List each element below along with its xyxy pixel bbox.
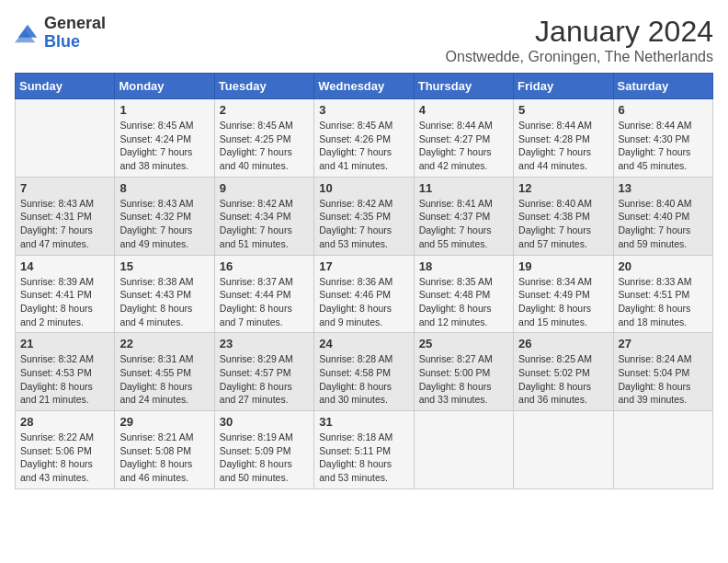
title-block: January 2024 Onstwedde, Groningen, The N… xyxy=(446,15,713,65)
weekday-row: SundayMondayTuesdayWednesdayThursdayFrid… xyxy=(16,74,713,99)
calendar-cell: 3Sunrise: 8:45 AMSunset: 4:26 PMDaylight… xyxy=(314,99,414,178)
day-info: Sunrise: 8:38 AMSunset: 4:43 PMDaylight:… xyxy=(119,275,209,329)
day-info: Sunrise: 8:36 AMSunset: 4:46 PMDaylight:… xyxy=(319,275,408,329)
calendar-cell: 18Sunrise: 8:35 AMSunset: 4:48 PMDayligh… xyxy=(414,255,513,333)
day-number: 19 xyxy=(518,259,608,273)
week-row-2: 14Sunrise: 8:39 AMSunset: 4:41 PMDayligh… xyxy=(16,255,713,333)
calendar-cell: 22Sunrise: 8:31 AMSunset: 4:55 PMDayligh… xyxy=(115,333,214,411)
day-number: 18 xyxy=(419,259,508,273)
calendar-cell: 6Sunrise: 8:44 AMSunset: 4:30 PMDaylight… xyxy=(613,99,712,178)
day-info: Sunrise: 8:45 AMSunset: 4:26 PMDaylight:… xyxy=(319,119,408,173)
day-info: Sunrise: 8:19 AMSunset: 5:09 PMDaylight:… xyxy=(220,431,309,485)
calendar-cell: 19Sunrise: 8:34 AMSunset: 4:49 PMDayligh… xyxy=(514,255,613,333)
weekday-header-monday: Monday xyxy=(115,74,214,99)
calendar-cell: 7Sunrise: 8:43 AMSunset: 4:31 PMDaylight… xyxy=(16,177,115,255)
calendar-cell: 1Sunrise: 8:45 AMSunset: 4:24 PMDaylight… xyxy=(115,99,214,178)
calendar-cell: 8Sunrise: 8:43 AMSunset: 4:32 PMDaylight… xyxy=(115,177,214,255)
calendar-cell xyxy=(16,99,115,178)
calendar-cell xyxy=(414,411,513,489)
day-info: Sunrise: 8:39 AMSunset: 4:41 PMDaylight:… xyxy=(20,275,109,329)
calendar-cell: 2Sunrise: 8:45 AMSunset: 4:25 PMDaylight… xyxy=(214,99,313,178)
logo-general: General xyxy=(44,15,106,33)
calendar-cell: 29Sunrise: 8:21 AMSunset: 5:08 PMDayligh… xyxy=(115,411,214,489)
calendar-cell xyxy=(613,411,712,489)
day-number: 13 xyxy=(619,181,708,195)
day-number: 20 xyxy=(619,259,708,273)
day-number: 8 xyxy=(119,181,209,195)
day-info: Sunrise: 8:41 AMSunset: 4:37 PMDaylight:… xyxy=(419,197,508,251)
calendar-cell: 28Sunrise: 8:22 AMSunset: 5:06 PMDayligh… xyxy=(16,411,115,489)
day-info: Sunrise: 8:43 AMSunset: 4:31 PMDaylight:… xyxy=(20,197,109,251)
day-number: 26 xyxy=(518,337,608,350)
day-info: Sunrise: 8:45 AMSunset: 4:24 PMDaylight:… xyxy=(119,119,209,173)
week-row-4: 28Sunrise: 8:22 AMSunset: 5:06 PMDayligh… xyxy=(16,411,713,489)
day-info: Sunrise: 8:32 AMSunset: 4:53 PMDaylight:… xyxy=(20,352,109,407)
day-info: Sunrise: 8:28 AMSunset: 4:58 PMDaylight:… xyxy=(319,352,408,407)
calendar-cell: 11Sunrise: 8:41 AMSunset: 4:37 PMDayligh… xyxy=(414,177,513,255)
day-info: Sunrise: 8:40 AMSunset: 4:40 PMDaylight:… xyxy=(619,197,708,251)
calendar-subtitle: Onstwedde, Groningen, The Netherlands xyxy=(446,49,713,65)
day-info: Sunrise: 8:35 AMSunset: 4:48 PMDaylight:… xyxy=(419,275,508,329)
week-row-1: 7Sunrise: 8:43 AMSunset: 4:31 PMDaylight… xyxy=(16,177,713,255)
calendar-cell: 15Sunrise: 8:38 AMSunset: 4:43 PMDayligh… xyxy=(115,255,214,333)
day-number: 17 xyxy=(319,259,408,273)
day-number: 3 xyxy=(319,103,408,117)
day-info: Sunrise: 8:42 AMSunset: 4:35 PMDaylight:… xyxy=(319,197,408,251)
day-number: 6 xyxy=(619,103,708,117)
calendar-cell: 25Sunrise: 8:27 AMSunset: 5:00 PMDayligh… xyxy=(414,333,513,411)
day-number: 7 xyxy=(20,181,109,195)
calendar-title: January 2024 xyxy=(446,15,713,49)
day-number: 12 xyxy=(518,181,608,195)
day-number: 2 xyxy=(220,103,309,117)
day-number: 5 xyxy=(518,103,608,117)
calendar-body: 1Sunrise: 8:45 AMSunset: 4:24 PMDaylight… xyxy=(16,99,713,489)
logo-icon xyxy=(15,20,40,46)
logo-blue: Blue xyxy=(44,33,106,52)
day-number: 9 xyxy=(220,181,309,195)
calendar-cell: 5Sunrise: 8:44 AMSunset: 4:28 PMDaylight… xyxy=(514,99,613,178)
day-info: Sunrise: 8:22 AMSunset: 5:06 PMDaylight:… xyxy=(20,431,109,485)
day-info: Sunrise: 8:31 AMSunset: 4:55 PMDaylight:… xyxy=(119,352,209,407)
day-number: 21 xyxy=(20,337,109,350)
calendar-cell: 30Sunrise: 8:19 AMSunset: 5:09 PMDayligh… xyxy=(214,411,313,489)
weekday-header-tuesday: Tuesday xyxy=(214,74,313,99)
calendar-cell: 24Sunrise: 8:28 AMSunset: 4:58 PMDayligh… xyxy=(314,333,414,411)
day-info: Sunrise: 8:25 AMSunset: 5:02 PMDaylight:… xyxy=(518,352,608,407)
calendar-cell: 27Sunrise: 8:24 AMSunset: 5:04 PMDayligh… xyxy=(613,333,712,411)
weekday-header-thursday: Thursday xyxy=(414,74,513,99)
day-number: 28 xyxy=(20,415,109,429)
day-number: 4 xyxy=(419,103,508,117)
calendar-table: SundayMondayTuesdayWednesdayThursdayFrid… xyxy=(15,73,713,489)
day-info: Sunrise: 8:33 AMSunset: 4:51 PMDaylight:… xyxy=(619,275,708,329)
weekday-header-wednesday: Wednesday xyxy=(314,74,414,99)
calendar-cell: 13Sunrise: 8:40 AMSunset: 4:40 PMDayligh… xyxy=(613,177,712,255)
calendar-cell: 14Sunrise: 8:39 AMSunset: 4:41 PMDayligh… xyxy=(16,255,115,333)
day-info: Sunrise: 8:37 AMSunset: 4:44 PMDaylight:… xyxy=(220,275,309,329)
calendar-cell: 21Sunrise: 8:32 AMSunset: 4:53 PMDayligh… xyxy=(16,333,115,411)
day-info: Sunrise: 8:44 AMSunset: 4:28 PMDaylight:… xyxy=(518,119,608,173)
calendar-cell: 16Sunrise: 8:37 AMSunset: 4:44 PMDayligh… xyxy=(214,255,313,333)
day-info: Sunrise: 8:45 AMSunset: 4:25 PMDaylight:… xyxy=(220,119,309,173)
logo-text: General Blue xyxy=(44,15,106,52)
day-info: Sunrise: 8:18 AMSunset: 5:11 PMDaylight:… xyxy=(319,431,408,485)
day-number: 30 xyxy=(220,415,309,429)
day-number: 16 xyxy=(220,259,309,273)
calendar-cell: 9Sunrise: 8:42 AMSunset: 4:34 PMDaylight… xyxy=(214,177,313,255)
day-number: 1 xyxy=(119,103,209,117)
day-info: Sunrise: 8:27 AMSunset: 5:00 PMDaylight:… xyxy=(419,352,508,407)
day-info: Sunrise: 8:24 AMSunset: 5:04 PMDaylight:… xyxy=(619,352,708,407)
day-number: 25 xyxy=(419,337,508,350)
day-info: Sunrise: 8:21 AMSunset: 5:08 PMDaylight:… xyxy=(119,431,209,485)
weekday-header-sunday: Sunday xyxy=(16,74,115,99)
page-header: General Blue January 2024 Onstwedde, Gro… xyxy=(15,15,713,65)
calendar-cell: 20Sunrise: 8:33 AMSunset: 4:51 PMDayligh… xyxy=(613,255,712,333)
weekday-header-saturday: Saturday xyxy=(613,74,712,99)
calendar-cell: 23Sunrise: 8:29 AMSunset: 4:57 PMDayligh… xyxy=(214,333,313,411)
day-info: Sunrise: 8:29 AMSunset: 4:57 PMDaylight:… xyxy=(220,352,309,407)
calendar-cell xyxy=(514,411,613,489)
day-info: Sunrise: 8:44 AMSunset: 4:30 PMDaylight:… xyxy=(619,119,708,173)
day-number: 14 xyxy=(20,259,109,273)
weekday-header-friday: Friday xyxy=(514,74,613,99)
day-info: Sunrise: 8:44 AMSunset: 4:27 PMDaylight:… xyxy=(419,119,508,173)
day-number: 23 xyxy=(220,337,309,350)
